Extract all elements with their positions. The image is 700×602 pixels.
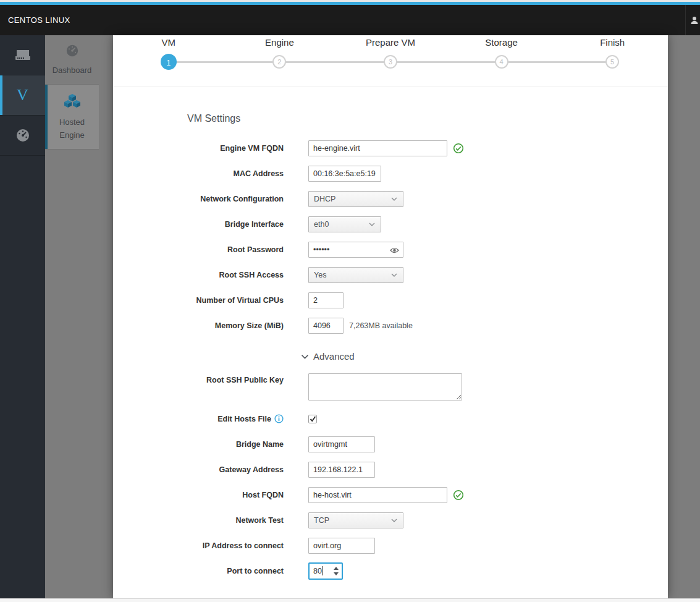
user-icon: [689, 15, 699, 25]
field-label: Number of Virtual CPUs: [113, 296, 284, 305]
section-title: VM Settings: [187, 113, 668, 124]
step-label: Prepare VM: [335, 37, 446, 48]
field-label: Edit Hosts File: [113, 414, 284, 423]
form-row-root-ssh-public-key: Root SSH Public Key: [113, 370, 668, 406]
user-menu-button[interactable]: [685, 5, 700, 35]
host-fqdn-input[interactable]: [308, 487, 447, 503]
top-navbar: CENTOS LINUX: [0, 0, 700, 35]
form-row-memory-size: Memory Size (MiB) 7,263MB available: [113, 313, 668, 338]
network-test-select[interactable]: TCP: [308, 512, 403, 528]
chevron-down-icon: [301, 354, 309, 359]
field-label: Root SSH Access: [113, 271, 284, 279]
spinner-up-icon[interactable]: [334, 567, 339, 570]
chevron-down-icon: [369, 223, 375, 226]
wizard-step-storage[interactable]: Storage 4: [446, 35, 557, 87]
memory-size-input[interactable]: [308, 318, 344, 334]
form-row-network-test: Network Test TCP: [113, 507, 668, 533]
memory-available-note: 7,263MB available: [349, 321, 413, 330]
port-value: 80: [313, 567, 322, 575]
secondary-sidebar: Dashboard Hosted Engine: [45, 35, 99, 598]
text-cursor: [323, 566, 323, 575]
wizard-step-finish[interactable]: Finish 5: [557, 35, 668, 87]
server-icon: [15, 48, 31, 62]
field-label: Memory Size (MiB): [113, 321, 284, 330]
wizard-step-vm[interactable]: VM 1: [113, 35, 224, 87]
selected-value: Yes: [314, 271, 326, 279]
spinner-down-icon[interactable]: [334, 572, 339, 575]
step-circle: 3: [384, 55, 397, 69]
form-row-ip-address: IP Address to connect: [113, 533, 668, 558]
field-label: Network Test: [113, 516, 284, 525]
sidebar-item-dashboard[interactable]: [0, 116, 45, 156]
virtual-cpus-input[interactable]: [308, 292, 344, 308]
selected-value: TCP: [314, 516, 329, 525]
root-ssh-access-select[interactable]: Yes: [308, 267, 403, 283]
subnav-item-dashboard[interactable]: Dashboard: [45, 35, 99, 85]
hosted-engine-wizard-modal: VM 1 Engine 2 Prepare VM 3 Storage 4 Fin…: [113, 35, 668, 598]
form-row-host-fqdn: Host FQDN: [113, 482, 668, 507]
wizard-step-prepare-vm[interactable]: Prepare VM 3: [335, 35, 446, 87]
wizard-steps-header: VM 1 Engine 2 Prepare VM 3 Storage 4 Fin…: [113, 35, 668, 87]
field-label: Bridge Name: [113, 440, 284, 449]
field-label: Host FQDN: [113, 491, 284, 499]
field-label: Engine VM FQDN: [113, 144, 284, 153]
form-row-network-configuration: Network Configuration DHCP: [113, 186, 668, 211]
dashboard-icon: [65, 44, 80, 57]
wizard-footer-edge: [0, 598, 700, 602]
form-row-root-password: Root Password: [113, 237, 668, 262]
form-row-bridge-interface: Bridge Interface eth0: [113, 211, 668, 237]
check-icon: [310, 416, 316, 422]
ip-address-input[interactable]: [308, 538, 375, 554]
form-row-engine-vm-fqdn: Engine VM FQDN: [113, 135, 668, 161]
form-row-gateway-address: Gateway Address: [113, 457, 668, 482]
step-label: Storage: [446, 37, 557, 48]
chevron-down-icon: [391, 519, 397, 522]
form-row-edit-hosts-file: Edit Hosts File: [113, 406, 668, 431]
subnav-label-line1: Hosted: [48, 116, 96, 129]
chevron-down-icon: [391, 197, 397, 201]
step-circle: 1: [161, 54, 177, 70]
form-row-port: Port to connect 80: [113, 558, 668, 583]
sidebar-item-virtual-machines[interactable]: V: [0, 75, 45, 116]
mac-address-input[interactable]: [308, 166, 381, 182]
step-label: Finish: [557, 37, 668, 48]
brand-accent-strip: [0, 2, 700, 5]
valid-check-icon: [453, 490, 464, 501]
hostname-brand[interactable]: CENTOS LINUX: [8, 15, 70, 25]
form-row-bridge-name: Bridge Name: [113, 431, 668, 457]
subnav-label: Dashboard: [48, 64, 96, 77]
form-row-mac-address: MAC Address: [113, 161, 668, 186]
step-circle: 5: [605, 55, 619, 69]
number-spinner[interactable]: [334, 564, 339, 579]
form-row-num-cpus: Number of Virtual CPUs: [113, 287, 668, 313]
sidebar-item-system[interactable]: [0, 35, 45, 75]
step-circle: 2: [272, 55, 286, 69]
edit-hosts-file-checkbox[interactable]: [308, 415, 317, 423]
advanced-section-toggle[interactable]: Advanced: [301, 351, 668, 362]
bridge-name-input[interactable]: [308, 436, 375, 452]
valid-check-icon: [453, 143, 464, 154]
engine-vm-fqdn-input[interactable]: [308, 140, 447, 156]
cubes-icon: [64, 93, 81, 109]
subnav-item-hosted-engine[interactable]: Hosted Engine: [45, 85, 99, 150]
gateway-address-input[interactable]: [308, 462, 375, 478]
field-label: IP Address to connect: [113, 541, 284, 550]
wizard-step-engine[interactable]: Engine 2: [224, 35, 335, 87]
chevron-down-icon: [391, 273, 397, 277]
field-label: Bridge Interface: [113, 220, 284, 229]
show-password-eye-icon[interactable]: [390, 245, 399, 256]
field-label: Root SSH Public Key: [113, 370, 284, 384]
selected-value: eth0: [314, 220, 329, 229]
vm-settings-form: VM Settings Engine VM FQDN MAC Address N…: [113, 113, 668, 583]
step-circle: 4: [495, 55, 508, 69]
root-ssh-public-key-textarea[interactable]: [308, 373, 462, 401]
port-number-input[interactable]: 80: [308, 562, 343, 580]
bridge-interface-select[interactable]: eth0: [308, 216, 381, 232]
info-icon[interactable]: [274, 414, 284, 423]
primary-sidebar: V: [0, 35, 45, 598]
root-password-input[interactable]: [308, 242, 403, 258]
dashboard-icon: [15, 128, 30, 143]
vm-plugin-letter: V: [17, 86, 28, 104]
network-configuration-select[interactable]: DHCP: [308, 191, 403, 207]
field-label: Gateway Address: [113, 465, 284, 474]
